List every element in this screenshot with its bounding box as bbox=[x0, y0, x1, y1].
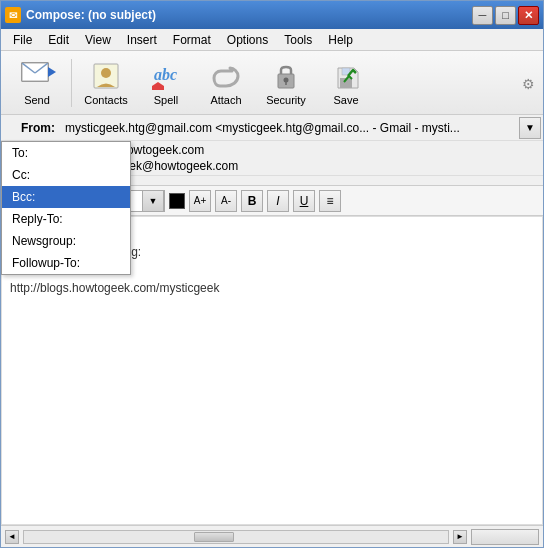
header-area: From: mysticgeek.htg@gmail.com <mysticge… bbox=[1, 115, 543, 186]
from-dropdown-button[interactable]: ▼ bbox=[519, 117, 541, 139]
minimize-button[interactable]: ─ bbox=[472, 6, 493, 25]
scroll-right-btn[interactable]: ► bbox=[453, 530, 467, 544]
security-icon bbox=[270, 60, 302, 92]
send-button[interactable]: Send bbox=[9, 56, 65, 110]
recipients-area: To: Cc: Bcc: Reply-To: Newsgroup: Follow… bbox=[1, 141, 543, 185]
from-value: mysticgeek.htg@gmail.com <mysticgeek.htg… bbox=[61, 119, 519, 137]
font-dropdown-btn[interactable]: ▼ bbox=[142, 190, 164, 212]
field-dropdown-menu[interactable]: To: Cc: Bcc: Reply-To: Newsgroup: Follow… bbox=[1, 141, 131, 275]
dropdown-item-followupto[interactable]: Followup-To: bbox=[2, 252, 130, 274]
dropdown-item-newsgroup[interactable]: Newsgroup: bbox=[2, 230, 130, 252]
contacts-label: Contacts bbox=[84, 94, 127, 106]
font-size-increase-btn[interactable]: A+ bbox=[189, 190, 211, 212]
dropdown-item-replyto[interactable]: Reply-To: bbox=[2, 208, 130, 230]
scroll-left-btn[interactable]: ◄ bbox=[5, 530, 19, 544]
menu-file[interactable]: File bbox=[5, 31, 40, 49]
window-icon: ✉ bbox=[5, 7, 21, 23]
security-label: Security bbox=[266, 94, 306, 106]
dropdown-item-cc[interactable]: Cc: bbox=[2, 164, 130, 186]
color-swatch[interactable] bbox=[169, 193, 185, 209]
attach-label: Attach bbox=[210, 94, 241, 106]
menu-help[interactable]: Help bbox=[320, 31, 361, 49]
toolbar-sep-1 bbox=[71, 59, 72, 107]
save-icon bbox=[330, 60, 362, 92]
to-recipients: geek@howtogeek.com mysticgeek@howtogeek bbox=[61, 141, 543, 175]
maximize-button[interactable]: □ bbox=[495, 6, 516, 25]
send-icon bbox=[21, 60, 53, 92]
gear-area: ⚙ bbox=[522, 74, 535, 92]
contacts-icon bbox=[90, 60, 122, 92]
recipient-chip-2[interactable]: mysticgeek@howtogeek.com bbox=[63, 158, 541, 174]
gear-icon[interactable]: ⚙ bbox=[522, 76, 535, 92]
dropdown-item-to[interactable]: To: bbox=[2, 142, 130, 164]
dropdown-item-bcc[interactable]: Bcc: bbox=[2, 186, 130, 208]
title-buttons: ─ □ ✕ bbox=[472, 6, 539, 25]
spell-label: Spell bbox=[154, 94, 178, 106]
close-button[interactable]: ✕ bbox=[518, 6, 539, 25]
send-label: Send bbox=[24, 94, 50, 106]
from-row: From: mysticgeek.htg@gmail.com <mysticge… bbox=[1, 115, 543, 141]
spell-icon: abc bbox=[150, 60, 182, 92]
bold-button[interactable]: B bbox=[241, 190, 263, 212]
underline-button[interactable]: U bbox=[293, 190, 315, 212]
contacts-button[interactable]: Contacts bbox=[78, 56, 134, 110]
list-button[interactable]: ≡ bbox=[319, 190, 341, 212]
scrollbar-thumb[interactable] bbox=[194, 532, 234, 542]
spell-button[interactable]: abc Spell bbox=[138, 56, 194, 110]
title-bar: ✉ Compose: (no subject) ─ □ ✕ bbox=[1, 1, 543, 29]
window-title: Compose: (no subject) bbox=[26, 8, 467, 22]
recipient-chip-1[interactable]: geek@howtogeek.com bbox=[63, 142, 541, 158]
toolbar: Send Contacts abc Spell bbox=[1, 51, 543, 115]
menu-tools[interactable]: Tools bbox=[276, 31, 320, 49]
svg-point-7 bbox=[284, 77, 289, 82]
status-bar: ◄ ► bbox=[1, 525, 543, 547]
save-label: Save bbox=[333, 94, 358, 106]
menu-view[interactable]: View bbox=[77, 31, 119, 49]
menu-edit[interactable]: Edit bbox=[40, 31, 77, 49]
menu-insert[interactable]: Insert bbox=[119, 31, 165, 49]
attach-button[interactable]: Attach bbox=[198, 56, 254, 110]
svg-point-4 bbox=[101, 68, 111, 78]
status-right-buttons bbox=[471, 529, 539, 545]
save-button[interactable]: Save bbox=[318, 56, 374, 110]
attach-icon bbox=[210, 60, 242, 92]
status-btn-1[interactable] bbox=[471, 529, 539, 545]
menu-options[interactable]: Options bbox=[219, 31, 276, 49]
svg-text:abc: abc bbox=[154, 66, 177, 83]
horizontal-scrollbar[interactable] bbox=[23, 530, 449, 544]
from-label: From: bbox=[1, 121, 61, 135]
menu-format[interactable]: Format bbox=[165, 31, 219, 49]
italic-button[interactable]: I bbox=[267, 190, 289, 212]
security-button[interactable]: Security bbox=[258, 56, 314, 110]
menu-bar: File Edit View Insert Format Options Too… bbox=[1, 29, 543, 51]
compose-window: ✉ Compose: (no subject) ─ □ ✕ File Edit … bbox=[0, 0, 544, 548]
font-size-decrease-btn[interactable]: A- bbox=[215, 190, 237, 212]
